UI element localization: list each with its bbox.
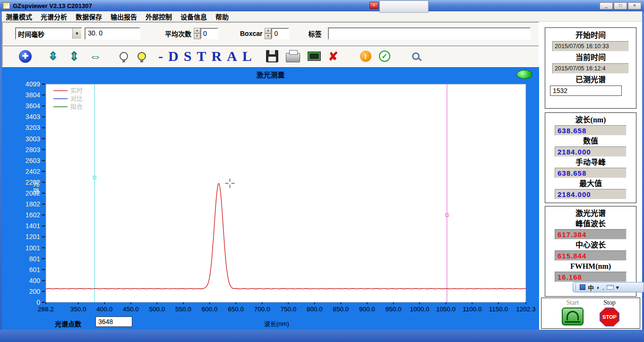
fwhm-value: 16.168 bbox=[555, 272, 627, 282]
spectrum-points-label: 光谱点数 bbox=[55, 319, 81, 328]
svg-text:1000.0: 1000.0 bbox=[410, 306, 429, 313]
letter-a-button[interactable]: A bbox=[227, 49, 237, 63]
language-bar: 中 ◗ , ▾ bbox=[573, 282, 644, 292]
boxcar-spinner[interactable]: ▲ ▼ 0 bbox=[265, 28, 289, 39]
spin-down-icon[interactable]: ▼ bbox=[265, 34, 271, 39]
grip-icon[interactable] bbox=[575, 284, 577, 291]
integration-time-input[interactable]: 30. 0 bbox=[85, 27, 140, 40]
svg-text:200: 200 bbox=[29, 288, 41, 295]
svg-text:601: 601 bbox=[29, 266, 41, 274]
chevron-down-icon[interactable]: ▼ bbox=[72, 28, 81, 39]
minimize-button[interactable]: _ bbox=[600, 2, 613, 9]
x-axis-title: 波长(nm) bbox=[264, 319, 289, 328]
menu-item-output-report[interactable]: 输出报告 bbox=[111, 12, 137, 21]
max-value: 2184.000 bbox=[555, 189, 627, 199]
display-button[interactable] bbox=[308, 51, 321, 61]
wavelength-value: 638.658 bbox=[555, 125, 627, 136]
chart-title: 激光测量 bbox=[2, 69, 539, 79]
keyboard-icon[interactable] bbox=[607, 285, 614, 290]
center-wavelength-label: 中心波长 bbox=[575, 240, 606, 250]
start-button[interactable] bbox=[562, 308, 584, 325]
boxcar-value[interactable]: 0 bbox=[271, 28, 289, 39]
average-spinner[interactable]: ▲ ▼ 0 bbox=[194, 28, 218, 39]
window-frame-right bbox=[642, 11, 644, 342]
svg-text:450.0: 450.0 bbox=[123, 306, 139, 313]
start-label: Start bbox=[567, 299, 579, 307]
svg-text:650.0: 650.0 bbox=[228, 306, 244, 313]
letter-minus-button[interactable]: - bbox=[158, 49, 163, 63]
fullwidth-toggle-icon[interactable]: ◗ bbox=[596, 284, 600, 291]
average-value[interactable]: 0 bbox=[200, 28, 218, 39]
mode-select-value: 时间毫秒 bbox=[16, 28, 72, 39]
value-value: 2184.000 bbox=[555, 146, 627, 157]
svg-text:1401: 1401 bbox=[26, 222, 40, 230]
menu-item-spectrum-analysis[interactable]: 光谱分析 bbox=[41, 12, 67, 21]
titlebar: GZspviewer V2.13 C201307 _ □ × bbox=[0, 0, 644, 11]
svg-text:3604: 3604 bbox=[26, 102, 40, 110]
svg-text:600.0: 600.0 bbox=[202, 306, 218, 313]
letter-d-button[interactable]: D bbox=[168, 49, 179, 63]
save-button[interactable] bbox=[266, 50, 278, 62]
spin-down-icon[interactable]: ▼ bbox=[194, 34, 200, 39]
language-indicator[interactable]: 中 bbox=[588, 283, 594, 292]
current-time-label: 当前时间 bbox=[575, 52, 606, 62]
spectrum-points-input[interactable]: 3648 bbox=[95, 316, 132, 327]
spectrum-svg[interactable]: 0200400601801100112011401160218022002220… bbox=[2, 67, 539, 330]
letter-s-button[interactable]: S bbox=[184, 49, 192, 63]
langbar-options-icon[interactable]: ▾ bbox=[616, 284, 619, 291]
vertical-scale-button[interactable]: ⇕ bbox=[68, 49, 81, 64]
add-button[interactable]: ✚ bbox=[19, 50, 32, 63]
stop-button[interactable]: STOP bbox=[600, 308, 619, 326]
menu-item-external-control[interactable]: 外部控制 bbox=[146, 12, 172, 21]
horizontal-scale-button[interactable]: ⇔ bbox=[87, 49, 103, 64]
svg-text:3403: 3403 bbox=[26, 113, 40, 120]
fwhm-label: FWHM(nm) bbox=[570, 261, 611, 271]
print-button[interactable] bbox=[286, 53, 300, 62]
svg-text:0: 0 bbox=[36, 299, 40, 306]
confirm-button[interactable]: ✓ bbox=[379, 51, 390, 62]
value-label: 数值 bbox=[583, 136, 598, 146]
svg-text:400.0: 400.0 bbox=[96, 306, 112, 313]
menu-item-data-save[interactable]: 数据保存 bbox=[76, 12, 102, 21]
spin-up-icon[interactable]: ▲ bbox=[265, 28, 271, 34]
acquisition-controls-bar: 时间毫秒 ▼ 30. 0 平均次数 ▲ ▼ 0 Boxcar ▲ ▼ 0 标签 bbox=[2, 22, 539, 45]
svg-text:750.0: 750.0 bbox=[280, 306, 296, 313]
warning-button[interactable]: ! bbox=[360, 51, 371, 62]
spin-up-icon[interactable]: ▲ bbox=[194, 28, 200, 34]
punctuation-toggle-icon[interactable]: , bbox=[602, 284, 604, 291]
background-close-button[interactable]: × bbox=[369, 2, 378, 9]
tag-label: 标签 bbox=[308, 29, 321, 38]
letter-t-button[interactable]: T bbox=[197, 49, 206, 63]
svg-text:1050.0: 1050.0 bbox=[436, 306, 455, 313]
spectra-count-label: 已测光谱 bbox=[575, 75, 606, 85]
menu-item-device-info[interactable]: 设备信息 bbox=[180, 12, 207, 21]
ime-badge-icon[interactable] bbox=[580, 284, 585, 290]
letter-l-button[interactable]: L bbox=[242, 49, 252, 63]
cursor-readout-box: 波长(nm) 638.658 数值 2184.000 手动寻峰 638.658 … bbox=[545, 112, 636, 203]
delete-button[interactable]: ✘ bbox=[328, 50, 338, 63]
svg-text:400: 400 bbox=[29, 277, 41, 284]
max-label: 最大值 bbox=[579, 179, 602, 188]
wavelength-label: 波长(nm) bbox=[575, 115, 606, 125]
lamp-off-button[interactable] bbox=[120, 52, 128, 60]
lamp-on-button[interactable] bbox=[137, 52, 146, 60]
pan-button[interactable]: ⇔ ⇕ bbox=[46, 49, 60, 63]
spectra-count-value: 1532 bbox=[550, 86, 622, 96]
manual-peak-value: 638.658 bbox=[555, 168, 627, 178]
svg-text:850.0: 850.0 bbox=[333, 306, 349, 313]
zoom-button[interactable] bbox=[412, 52, 420, 60]
menu-bar: 测量模式 光谱分析 数据保存 输出报告 外部控制 设备信息 帮助 bbox=[2, 11, 642, 22]
time-info-box: 开始时间 2015/07/05 16:10:33 当前时间 2015/07/05… bbox=[545, 27, 636, 109]
menu-item-measure-mode[interactable]: 测量模式 bbox=[6, 12, 32, 21]
peak-wavelength-value: 617.384 bbox=[555, 229, 627, 239]
toolbar: ✚ ⇔ ⇕ ⇕ ⇔ - D S T R A L ✘ ! ✓ bbox=[2, 45, 539, 67]
letter-r-button[interactable]: R bbox=[211, 49, 222, 63]
close-button[interactable]: × bbox=[628, 2, 641, 9]
svg-text:700.0: 700.0 bbox=[254, 306, 270, 313]
tag-input[interactable] bbox=[328, 27, 531, 40]
svg-text:1150.0: 1150.0 bbox=[489, 306, 508, 313]
maximize-button[interactable]: □ bbox=[614, 2, 627, 9]
mode-select[interactable]: 时间毫秒 ▼ bbox=[15, 27, 82, 40]
background-window-panel bbox=[379, 0, 429, 13]
menu-item-help[interactable]: 帮助 bbox=[215, 12, 229, 21]
